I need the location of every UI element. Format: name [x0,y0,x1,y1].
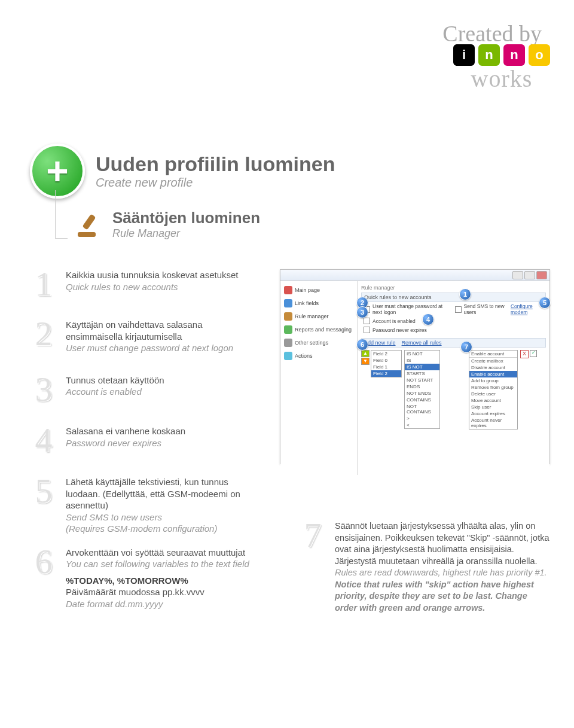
checkbox-label: Password never expires [373,327,427,333]
reorder-controls: ▲ ▼ [361,350,368,365]
section-title: Sääntöjen luominen [112,209,260,227]
tree-connector [55,190,68,239]
action-select[interactable]: Enable account Create mailbox Disable ac… [469,350,518,430]
step-text: Päivämäärät muodossa pp.kk.vvvv [66,586,249,598]
step-text-en: Rules are read downwards, highest rule h… [335,568,547,577]
sidebar-item-reports[interactable]: Reports and messaging [283,323,355,336]
sidebar-item-other[interactable]: Other settings [283,336,355,349]
sidebar-item-label: Link fields [295,300,319,306]
move-down-icon[interactable]: ▼ [361,358,370,365]
step-number: 4 [30,425,57,455]
checkbox[interactable] [364,327,370,333]
sidebar-item-rule[interactable]: Rule manager [283,310,355,323]
callout-3: 3 [356,306,368,318]
step-number: 1 [30,269,57,298]
checkbox-label: Account is enabled [373,318,416,324]
sidebar-item-actions[interactable]: Actions [283,349,355,363]
logo-letter: o [529,44,550,66]
step-text-en: Quick rules to new accounts [66,281,239,293]
checkbox[interactable] [364,318,370,324]
sidebar-item-main[interactable]: Main page [283,284,355,297]
callout-4: 4 [422,313,434,325]
remove-rules-link[interactable]: Remove all rules [402,340,442,346]
sidebar-item-label: Reports and messaging [295,327,352,333]
created-by-label: Created by [442,20,542,47]
add-rule-link[interactable]: Add new rule [364,340,396,346]
step-number: 6 [30,547,57,576]
step-text: Lähetä käyttäjälle tekstiviesti, kun tun… [66,476,257,511]
step-number: 5 [30,476,57,505]
logo-letter: i [453,44,475,66]
sidebar-item-label: Rule manager [295,313,329,319]
logo-letter: n [503,44,525,66]
sidebar-item-link[interactable]: Link fields [283,297,355,310]
step-text-en: Date format dd.mm.yyyy [66,598,249,610]
step-text-en: User must change password at next logon [66,342,257,354]
configure-modem-link[interactable]: Configure modem [511,303,544,315]
rule-enabled-checkbox[interactable]: ✓ [530,350,537,357]
quick-rules-header: Quick rules to new accounts [361,293,546,302]
step-text: Säännöt luetaan järjestyksessä ylhäältä … [335,520,550,567]
gavel-icon [73,211,104,242]
step-number: 7 [299,520,326,614]
step-text: Salasana ei vanhene koskaan [66,425,185,437]
sidebar-item-label: Actions [295,353,313,359]
svg-rect-1 [78,232,96,237]
step-text-en2: (Requires GSM-modem configuration) [66,523,257,535]
window-titlebar [280,270,549,281]
field-select[interactable]: Field 2 Field 0 Field 1 Field 2 [371,350,402,377]
step-number: 2 [30,319,57,348]
callout-5: 5 [539,297,551,309]
callout-1: 1 [459,288,471,300]
close-icon[interactable] [536,271,547,279]
delete-rule-icon[interactable]: X [520,350,529,358]
svg-rect-0 [82,214,96,230]
step-text-en: You can set following variables to the t… [66,558,249,570]
step-text-en: Password never expires [66,437,185,449]
step-text-en: Send SMS to new users [66,511,257,523]
sidebar-item-label: Other settings [295,340,328,346]
step-text: Käyttäjän on vaihdettava salasana ensimm… [66,319,257,342]
variables-label: %TODAY%, %TOMORROW% [66,575,249,587]
step-text: Arvokenttään voi syöttää seuraavat muutt… [66,547,249,559]
step-text: Tunnus otetaan käyttöön [66,374,164,386]
maximize-icon[interactable] [524,271,535,279]
logo-letter: n [478,44,500,66]
step-text-en: Account is enabled [66,386,164,398]
sidebar-item-label: Main page [295,287,320,293]
operator-select[interactable]: IS NOT IS IS NOT STARTS NOT START ENDS N… [404,350,440,429]
move-up-icon[interactable]: ▲ [361,350,370,357]
callout-7: 7 [460,341,472,353]
sidebar: Main page Link fields Rule manager Repor… [280,281,358,475]
page-title-en: Create new profile [96,176,335,190]
callout-6: 6 [356,339,368,351]
pane-title: Rule manager [361,285,546,291]
checkbox-label: Send SMS to new users [464,303,508,315]
logo: i n n o works [453,44,550,93]
step-text-en-b: Notice that rules with "skip" action hav… [335,580,534,613]
screenshot: Main page Link fields Rule manager Repor… [280,269,550,464]
checkbox-label: User must change password at next logon [373,303,450,315]
checkbox[interactable] [455,306,462,313]
section-title-en: Rule Manager [112,227,260,240]
step-number: 3 [30,374,57,404]
minimize-icon[interactable] [512,271,523,279]
logo-text: works [453,65,550,93]
page-title: Uuden profiilin luominen [96,153,335,176]
step-text: Kaikkia uusia tunnuksia koskevat asetuks… [66,269,239,281]
